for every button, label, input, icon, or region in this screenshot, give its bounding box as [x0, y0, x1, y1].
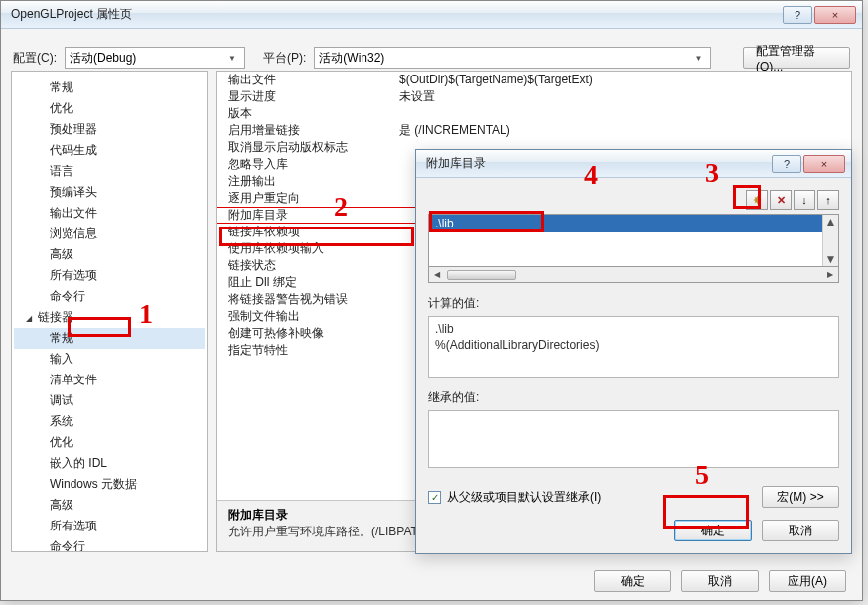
property-name: 取消显示启动版权标志 [217, 139, 395, 156]
config-value: 活动(Debug) [70, 50, 224, 67]
chevron-down-icon: ▼ [690, 54, 706, 63]
additional-lib-dirs-dialog: 附加库目录 ? × ✸ ✕ ↓ ↑ .\lib ▲▼ ◀▶ 计算的值: .\li… [415, 149, 852, 554]
paths-listbox[interactable]: .\lib ▲▼ [428, 214, 839, 267]
tree-item[interactable]: 浏览信息 [14, 224, 205, 244]
property-row[interactable]: 显示进度未设置 [217, 88, 851, 105]
inherited-label: 继承的值: [428, 389, 839, 406]
computed-values-box: .\lib %(AdditionalLibraryDirectories) [428, 316, 839, 378]
tree-item[interactable]: 预处理器 [14, 119, 205, 140]
tree-item[interactable]: 输入 [14, 349, 205, 370]
property-value[interactable]: 是 (/INCREMENTAL) [395, 122, 851, 139]
tree-item[interactable]: 常规 [14, 328, 205, 349]
dialog-footer: 确定 取消 [674, 520, 839, 541]
move-up-button[interactable]: ↑ [817, 190, 839, 210]
config-manager-button[interactable]: 配置管理器(O)... [743, 47, 850, 69]
property-name: 阻止 Dll 绑定 [217, 274, 395, 291]
inherit-label: 从父级或项目默认设置继承(I) [447, 489, 601, 506]
inherited-values-box [428, 410, 839, 468]
tree-item[interactable]: 预编译头 [14, 182, 205, 203]
property-name: 忽略导入库 [217, 156, 395, 173]
property-name: 注册输出 [217, 173, 395, 190]
property-name: 版本 [217, 105, 395, 122]
property-row[interactable]: 版本 [217, 105, 851, 122]
tree-item[interactable]: 优化 [14, 432, 205, 453]
close-button[interactable]: × [814, 6, 856, 24]
dialog-toolbar: ✸ ✕ ↓ ↑ [428, 190, 839, 210]
property-name: 链接状态 [217, 257, 395, 274]
tree-item[interactable]: 语言 [14, 161, 205, 182]
platform-combo[interactable]: 活动(Win32) ▼ [314, 47, 711, 69]
dialog-close-button[interactable]: × [803, 155, 845, 173]
computed-label: 计算的值: [428, 295, 839, 312]
tree-item[interactable]: 优化 [14, 98, 205, 119]
tree-item[interactable]: Windows 元数据 [14, 474, 205, 495]
ok-button[interactable]: 确定 [594, 570, 671, 592]
dialog-ok-button[interactable]: 确定 [674, 520, 752, 541]
dialog-titlebar[interactable]: 附加库目录 ? × [416, 150, 851, 178]
horizontal-scrollbar[interactable]: ◀▶ [428, 267, 839, 283]
chevron-down-icon: ▼ [224, 54, 240, 63]
property-name: 附加库目录 [217, 207, 395, 224]
dialog-cancel-button[interactable]: 取消 [762, 520, 839, 541]
property-row[interactable]: 启用增量链接是 (/INCREMENTAL) [217, 122, 851, 139]
tree-item[interactable]: 输出文件 [14, 203, 205, 224]
config-combo[interactable]: 活动(Debug) ▼ [65, 47, 245, 69]
property-name: 指定节特性 [217, 342, 395, 359]
help-button[interactable]: ? [783, 6, 812, 24]
category-tree[interactable]: 常规优化预处理器代码生成语言预编译头输出文件浏览信息高级所有选项命令行链接器常规… [11, 71, 208, 552]
tree-item[interactable]: 命令行 [14, 286, 205, 307]
property-name: 创建可热修补映像 [217, 325, 395, 342]
tree-item[interactable]: 调试 [14, 390, 205, 411]
inherit-checkbox[interactable]: ✓ [428, 491, 441, 504]
tree-item[interactable]: 清单文件 [14, 370, 205, 390]
tree-item[interactable]: 命令行 [14, 536, 205, 552]
delete-button[interactable]: ✕ [770, 190, 792, 210]
computed-line: .\lib [435, 321, 832, 337]
property-name: 使用库依赖项输入 [217, 240, 395, 257]
property-name: 链接库依赖项 [217, 224, 395, 240]
tree-item[interactable]: 常规 [14, 77, 205, 98]
window-title: OpenGLProject 属性页 [7, 6, 783, 23]
platform-value: 活动(Win32) [319, 50, 690, 67]
move-down-button[interactable]: ↓ [794, 190, 815, 210]
cancel-button[interactable]: 取消 [681, 570, 759, 592]
vertical-scrollbar[interactable]: ▲▼ [822, 215, 838, 266]
tree-group[interactable]: 链接器 [14, 307, 205, 328]
dialog-help-button[interactable]: ? [772, 155, 801, 173]
property-value[interactable]: $(OutDir)$(TargetName)$(TargetExt) [395, 72, 851, 88]
tree-item[interactable]: 嵌入的 IDL [14, 453, 205, 474]
config-label: 配置(C): [13, 50, 57, 67]
list-item[interactable]: .\lib [429, 215, 838, 232]
computed-line: %(AdditionalLibraryDirectories) [435, 337, 832, 353]
property-row[interactable]: 输出文件$(OutDir)$(TargetName)$(TargetExt) [217, 72, 851, 88]
property-value[interactable] [395, 105, 851, 122]
tree-item[interactable]: 系统 [14, 411, 205, 432]
tree-item[interactable]: 高级 [14, 495, 205, 516]
property-name: 显示进度 [217, 88, 395, 105]
platform-label: 平台(P): [263, 50, 306, 67]
macros-button[interactable]: 宏(M) >> [762, 486, 839, 508]
property-name: 输出文件 [217, 72, 395, 88]
apply-button[interactable]: 应用(A) [769, 570, 846, 592]
tree-item[interactable]: 所有选项 [14, 516, 205, 536]
dialog-title: 附加库目录 [422, 155, 772, 172]
tree-item[interactable]: 所有选项 [14, 265, 205, 286]
property-name: 逐用户重定向 [217, 190, 395, 207]
tree-item[interactable]: 代码生成 [14, 140, 205, 161]
tree-item[interactable]: 高级 [14, 244, 205, 265]
property-name: 将链接器警告视为错误 [217, 291, 395, 308]
property-name: 强制文件输出 [217, 308, 395, 325]
main-titlebar[interactable]: OpenGLProject 属性页 ? × [1, 1, 862, 29]
main-footer: 确定 取消 应用(A) [1, 570, 862, 592]
new-line-button[interactable]: ✸ [746, 190, 768, 210]
property-name: 启用增量链接 [217, 122, 395, 139]
scroll-thumb[interactable] [447, 270, 516, 280]
property-value[interactable]: 未设置 [395, 88, 851, 105]
